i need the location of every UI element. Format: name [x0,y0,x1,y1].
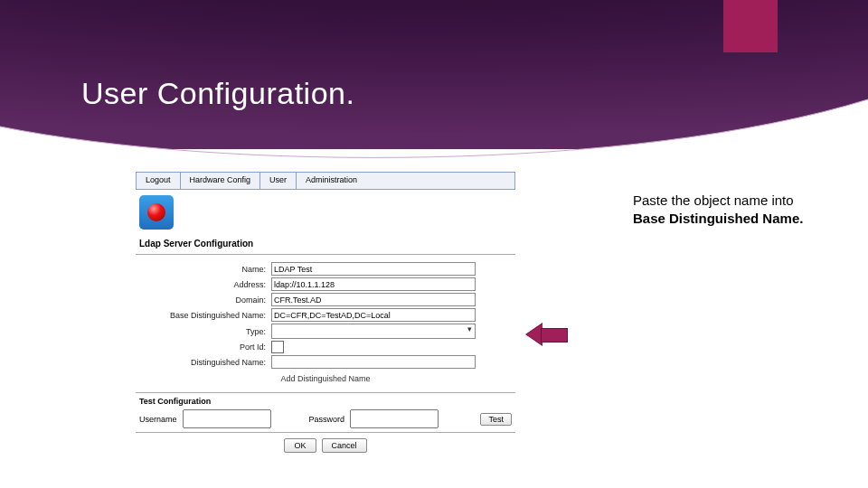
address-label: Address: [139,280,271,289]
password-input[interactable] [350,409,439,428]
ldap-section-header: Ldap Server Configuration [136,235,515,254]
dn-label: Distinguished Name: [139,358,271,367]
username-input[interactable] [183,409,271,428]
type-label: Type: [139,327,271,336]
accent-tab [723,0,778,52]
callout-line1: Paste the object name into [633,192,794,208]
menu-logout[interactable]: Logout [137,173,181,189]
address-input[interactable] [271,277,476,291]
arrow-annotation [526,324,566,345]
callout-line2: Base Distinguished Name. [633,211,803,226]
menu-hardware[interactable]: Hardware Config [181,173,261,189]
password-label: Password [309,415,345,424]
dialog-buttons: OK Cancel [136,432,515,458]
slide-title: User Configuration. [81,76,354,111]
domain-input[interactable] [271,293,476,306]
callout-text: Paste the object name into Base Distingu… [633,192,841,227]
menu-admin[interactable]: Administration [297,173,366,189]
portid-checkbox[interactable] [271,341,284,353]
domain-label: Domain: [139,296,271,305]
top-menu: Logout Hardware Config User Administrati… [136,172,515,190]
cancel-button[interactable]: Cancel [322,438,367,453]
ldap-form: Name: Address: Domain: Base Distinguishe… [136,254,515,392]
type-select[interactable] [271,324,476,339]
test-section-header: Test Configuration [139,397,512,406]
test-section: Test Configuration Username Password Tes… [136,392,515,432]
bdn-input[interactable] [271,308,476,322]
config-screenshot: Logout Hardware Config User Administrati… [136,172,515,461]
portid-label: Port Id: [139,343,271,352]
name-input[interactable] [271,262,476,276]
ok-button[interactable]: OK [284,438,316,453]
test-button[interactable]: Test [480,413,512,426]
name-label: Name: [139,265,271,274]
bdn-label: Base Distinguished Name: [139,311,271,320]
dn-input[interactable] [271,355,476,369]
username-label: Username [139,415,177,424]
menu-user[interactable]: User [260,173,297,189]
record-icon [139,195,174,230]
add-dn-link[interactable]: Add Distinguished Name [139,371,512,387]
